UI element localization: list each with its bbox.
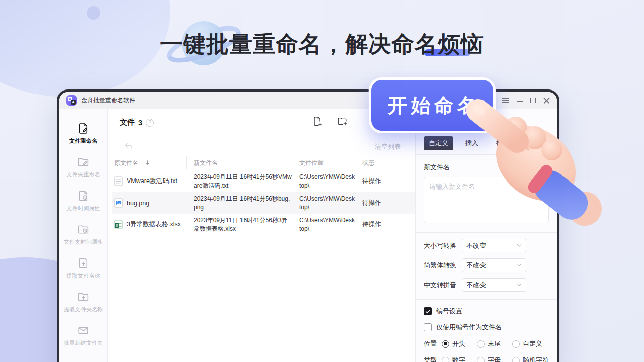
undo-icon[interactable]: [124, 141, 134, 153]
divider: [416, 299, 557, 300]
stage: 一键批量重命名，解决命名烦恼 a A 金舟批量重命名软件: [0, 0, 644, 362]
file-table: 原文件名 新文件名 文件位置 状态 操作 VMware激活码.txt: [112, 155, 415, 235]
window-title: 金舟批量重命名软件: [81, 96, 135, 105]
radio-icon: [477, 340, 485, 348]
file-new-name: 2023年09月11日 16时41分56秒3异常数据表格.xlsx: [187, 216, 292, 233]
new-filename-input[interactable]: [424, 177, 549, 223]
file-status: 待操作: [355, 199, 408, 207]
col-status: 状态: [355, 156, 408, 169]
radio-position-end[interactable]: 末尾: [477, 339, 501, 348]
radio-icon: [477, 357, 485, 362]
menu-icon[interactable]: [502, 98, 509, 103]
png-file-icon: [114, 198, 123, 208]
file-location: C:\Users\YMW\Desktop\: [292, 216, 355, 233]
files-count: 3: [138, 118, 142, 127]
col-location: 文件位置: [292, 156, 355, 169]
radio-icon: [512, 357, 520, 362]
pinyin-convert-select[interactable]: 不改变: [462, 278, 526, 292]
file-name: VMware激活码.txt: [127, 177, 177, 186]
col-new-name: 新文件名: [187, 156, 292, 169]
sidebar-item-new-folders[interactable]: 批量新建文件夹: [59, 319, 107, 351]
radio-position-custom[interactable]: 自定义: [512, 339, 542, 348]
txt-file-icon: [114, 176, 123, 186]
file-status: 待操作: [355, 177, 408, 186]
only-number-checkbox-row[interactable]: 仅使用编号作为文件名: [424, 323, 549, 332]
radio-type-number[interactable]: 数字: [442, 356, 465, 362]
svg-text:X: X: [116, 223, 119, 228]
table-header-row: 原文件名 新文件名 文件位置 状态 操作: [112, 155, 415, 170]
file-location: C:\Users\YMW\Desktop\: [292, 195, 355, 211]
table-row[interactable]: VMware激活码.txt 2023年09月11日 16时41分56秒VMwar…: [112, 170, 415, 192]
table-row[interactable]: X 3异常数据表格.xlsx 2023年09月11日 16时41分56秒3异常数…: [112, 214, 415, 235]
close-icon[interactable]: [543, 97, 550, 104]
panel-tabs: 自定义 插入 替换: [424, 136, 549, 150]
minimize-icon[interactable]: [517, 101, 523, 102]
new-folder-batch-icon: [77, 324, 90, 337]
sidebar-item-file-rename[interactable]: 文件重命名: [59, 117, 107, 149]
radio-selected-icon: [442, 340, 449, 348]
hero-banner: 一键批量重命名，解决命名烦恼: [0, 29, 644, 59]
table-row[interactable]: bug.png 2023年09月11日 16时41分56秒bug.png C:\…: [112, 192, 415, 214]
traditional-convert-select[interactable]: 不改变: [462, 258, 526, 272]
file-rename-icon: [77, 122, 90, 135]
chevron-down-icon: [517, 263, 522, 267]
tab-replace[interactable]: 替换: [491, 136, 514, 150]
col-original-name[interactable]: 原文件名: [112, 156, 187, 169]
file-status: 待操作: [355, 220, 408, 229]
help-icon[interactable]: ?: [146, 119, 154, 127]
page-title: 一键批量重命名，解决命名烦恼: [0, 29, 644, 59]
chevron-down-icon: [517, 283, 522, 287]
numbering-checkbox-row[interactable]: 编号设置: [424, 307, 549, 316]
file-new-name: 2023年09月11日 16时41分56秒VMware激活码.txt: [187, 173, 292, 190]
pinyin-convert-label: 中文转拼音: [424, 281, 462, 290]
sidebar-item-folder-rename[interactable]: 文件夹重命名: [59, 151, 107, 183]
add-file-icon[interactable]: [312, 116, 323, 127]
traditional-convert-label: 简繁体转换: [424, 261, 462, 270]
case-convert-label: 大小写转换: [424, 241, 462, 250]
radio-icon: [512, 340, 520, 348]
new-filename-label: 新文件名: [424, 163, 549, 172]
clear-list-button[interactable]: 清空列表: [375, 142, 401, 151]
decor-dot: [87, 6, 100, 20]
logo-letter-big: A: [71, 100, 76, 105]
case-convert-select[interactable]: 不改变: [462, 239, 526, 252]
file-list-area: 文件 3 ? 清空列表 原文件名: [108, 109, 415, 362]
xlsx-file-icon: X: [114, 220, 123, 229]
start-naming-button[interactable]: 开始命名: [369, 77, 496, 133]
tab-custom[interactable]: 自定义: [424, 136, 453, 150]
app-logo-icon: a A: [66, 95, 77, 106]
position-radio-row: 位置 开头 末尾 自定义: [424, 339, 549, 348]
radio-type-letter[interactable]: 字母: [477, 356, 501, 362]
folder-rename-icon: [77, 156, 90, 168]
file-time-icon: [77, 190, 90, 202]
type-radio-row: 类型 数字 字母 随机字符: [424, 356, 549, 362]
radio-type-random[interactable]: 随机字符: [512, 356, 549, 362]
sidebar-item-extract-file[interactable]: 提取文件名称: [59, 252, 107, 284]
radio-icon: [442, 357, 449, 362]
maximize-icon[interactable]: [530, 98, 536, 103]
file-name: 3异常数据表格.xlsx: [127, 220, 181, 229]
extract-file-icon: [77, 257, 90, 269]
sort-desc-icon: [145, 160, 150, 166]
file-location: C:\Users\YMW\Desktop\: [292, 173, 355, 190]
divider: [416, 232, 557, 233]
extract-folder-icon: [77, 291, 90, 303]
checkbox-unchecked-icon[interactable]: [424, 323, 432, 331]
settings-panel: 自定义 插入 替换 新文件名 大小写转换 不改变 简繁体转换: [415, 109, 557, 362]
sidebar-item-extract-folder[interactable]: 提取文件夹名称: [59, 286, 107, 318]
file-name: bug.png: [127, 200, 149, 207]
sidebar: 文件重命名 文件夹重命名 文件时间属性 文件夹时间属性 提取文件名称: [59, 109, 108, 362]
radio-position-start[interactable]: 开头: [442, 339, 465, 348]
col-action: 操作: [408, 156, 415, 169]
delete-row-button[interactable]: [408, 220, 415, 229]
file-new-name: 2023年09月11日 16时41分56秒bug.png: [187, 195, 292, 211]
sidebar-item-folder-time[interactable]: 文件夹时间属性: [59, 218, 107, 250]
sidebar-item-file-time[interactable]: 文件时间属性: [59, 185, 107, 217]
tab-insert[interactable]: 插入: [460, 136, 484, 150]
divider: [416, 154, 557, 155]
add-folder-icon[interactable]: [337, 116, 348, 127]
files-label: 文件: [120, 118, 135, 127]
chevron-down-icon: [517, 244, 522, 247]
folder-time-icon: [77, 223, 90, 236]
checkbox-checked-icon[interactable]: [424, 307, 432, 315]
